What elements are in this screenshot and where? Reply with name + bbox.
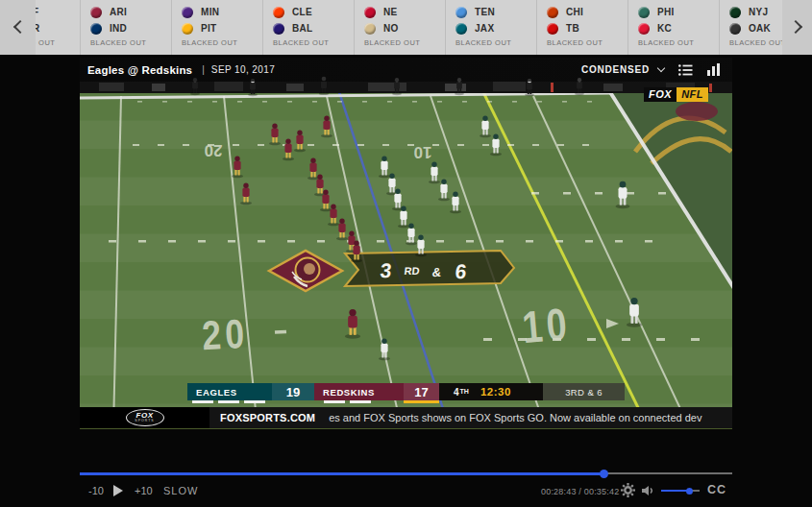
chevron-right-icon: [788, 20, 801, 34]
news-ticker: FOX SPORTS FOXSPORTS.COM es and FOX Spor…: [80, 407, 732, 429]
fox-logo: FOX: [644, 87, 677, 102]
away-team-logo-icon: [364, 7, 376, 18]
home-team-logo-icon: [90, 23, 102, 35]
score-bug: EAGLES 19 REDSKINS 17 4TH 12:30 3RD & 6: [187, 383, 625, 400]
yard-direction-mark: [275, 330, 286, 334]
fox-sports-logo: FOX SPORTS: [126, 409, 164, 426]
slow-motion-button[interactable]: SLOW: [163, 485, 198, 496]
home-team-logo-icon: [455, 23, 467, 35]
broadcast-watermark: FOX NFL: [644, 87, 708, 102]
far-yard-number-10: 10: [414, 143, 432, 161]
game-card[interactable]: TEN JAX BLACKED OUT: [446, 0, 537, 55]
seek-bar[interactable]: [80, 472, 732, 475]
home-team-logo-icon: [729, 23, 741, 35]
home-team-abbr: BAL: [292, 23, 312, 34]
volume-handle[interactable]: [686, 488, 693, 495]
timeout-bar: [244, 400, 265, 403]
stats-icon[interactable]: [707, 63, 721, 76]
home-team-abbr: IND: [110, 23, 127, 34]
video-player[interactable]: 20 10 20 10: [80, 58, 732, 429]
title-separator: |: [202, 64, 205, 75]
blackout-status: BLACKED OUT: [638, 38, 719, 47]
quarter-label: 4TH: [454, 387, 469, 398]
timeout-bar: [350, 400, 371, 403]
home-team-logo-icon: [547, 23, 558, 35]
game-clock-panel: 4TH 12:30: [439, 383, 543, 400]
closed-captions-button[interactable]: CC: [707, 483, 726, 496]
away-timeouts: [192, 400, 265, 403]
forward-10-button[interactable]: +10: [135, 485, 153, 496]
home-team-name: REDSKINS: [323, 387, 404, 398]
away-team-abbr: CLE: [292, 7, 312, 17]
ticker-bottom-edge: [80, 428, 732, 429]
blackout-status: BLACKED OUT: [547, 38, 627, 47]
pylon-marker: [551, 83, 554, 92]
game-card[interactable]: NE NO BLACKED OUT: [355, 0, 446, 55]
timeout-bar: [192, 400, 213, 403]
blackout-status: BLACKED OUT: [90, 38, 171, 47]
chevron-down-icon: [657, 64, 665, 72]
down-distance-label: 3RD & 6: [543, 383, 625, 400]
away-team-logo-icon: [273, 7, 284, 18]
fox-sports-logo-subtext: SPORTS: [135, 420, 154, 423]
carousel-prev-button[interactable]: [0, 0, 36, 55]
game-card[interactable]: BUF CAR BLACKED OUT: [36, 0, 81, 55]
condensed-mode-selector[interactable]: CONDENSED: [581, 64, 664, 75]
game-card[interactable]: PHI KC BLACKED OUT: [628, 0, 720, 55]
game-title: Eagles @ Redskins: [87, 64, 192, 76]
timeout-bar: [324, 400, 345, 403]
pylon-marker: [709, 84, 712, 92]
video-header: Eagles @ Redskins | SEP 10, 2017 CONDENS…: [80, 58, 732, 82]
away-team-name: EAGLES: [196, 387, 272, 398]
time-display: 00:28:43 / 00:35:42: [541, 487, 619, 496]
seek-handle[interactable]: [600, 470, 608, 478]
home-team-abbr: CAR: [36, 23, 40, 34]
home-timeouts: [324, 400, 371, 403]
away-team-abbr: MIN: [201, 7, 219, 17]
home-team-logo-icon: [182, 23, 193, 35]
game-card[interactable]: MIN PIT BLACKED OUT: [172, 0, 263, 55]
home-team-abbr: OAK: [749, 23, 771, 34]
games-carousel: BUF CAR BLACKED OUT ARI IND BLACKED OUT …: [0, 0, 812, 55]
home-team-abbr: NO: [383, 23, 399, 34]
timeout-bar: [218, 400, 239, 403]
away-team-logo-icon: [90, 7, 102, 18]
play-button[interactable]: [113, 485, 123, 496]
carousel-next-button[interactable]: [782, 0, 812, 55]
ticker-message: es and FOX Sports shows on FOX Sports GO…: [329, 412, 732, 423]
banner-ampersand: &: [431, 265, 442, 279]
sideline-paint-burgundy: [676, 102, 718, 121]
blackout-status: BLACKED OUT: [455, 38, 536, 47]
game-card[interactable]: ARI IND BLACKED OUT: [81, 0, 172, 55]
games-row: BUF CAR BLACKED OUT ARI IND BLACKED OUT …: [36, 0, 782, 55]
home-team-abbr: TB: [566, 23, 579, 34]
home-team-abbr: KC: [657, 23, 672, 34]
home-team-abbr: JAX: [475, 23, 494, 34]
far-yard-number-20: 20: [205, 141, 223, 159]
seek-fill: [80, 472, 603, 475]
app-window: BUF CAR BLACKED OUT ARI IND BLACKED OUT …: [0, 0, 812, 507]
blackout-status: BLACKED OUT: [36, 38, 80, 47]
home-team-score: 17: [404, 383, 439, 400]
volume-fill: [661, 490, 689, 492]
playlist-icon[interactable]: [678, 64, 693, 76]
volume-icon[interactable]: [642, 485, 654, 496]
rewind-10-button[interactable]: -10: [88, 485, 104, 496]
home-team-logo-icon: [364, 23, 376, 35]
chevron-left-icon: [12, 20, 26, 34]
blackout-status: BLACKED OUT: [729, 38, 782, 47]
away-team-abbr: BUF: [36, 7, 38, 17]
game-card[interactable]: NYJ OAK BLACKED OUT: [720, 0, 782, 55]
banner-down-suffix: RD: [404, 265, 420, 277]
away-team-score: 19: [272, 383, 314, 400]
game-card[interactable]: CHI TB BLACKED OUT: [537, 0, 628, 55]
home-team-abbr: PIT: [201, 23, 216, 34]
away-team-abbr: TEN: [475, 7, 495, 17]
blackout-status: BLACKED OUT: [364, 38, 445, 47]
video-surface[interactable]: 20 10 20 10: [80, 58, 732, 429]
game-card[interactable]: CLE BAL BLACKED OUT: [263, 0, 355, 55]
away-team-logo-icon: [638, 7, 650, 18]
volume-slider[interactable]: [661, 490, 700, 493]
home-team-logo-icon: [273, 23, 284, 35]
settings-gear-icon[interactable]: [621, 483, 635, 497]
